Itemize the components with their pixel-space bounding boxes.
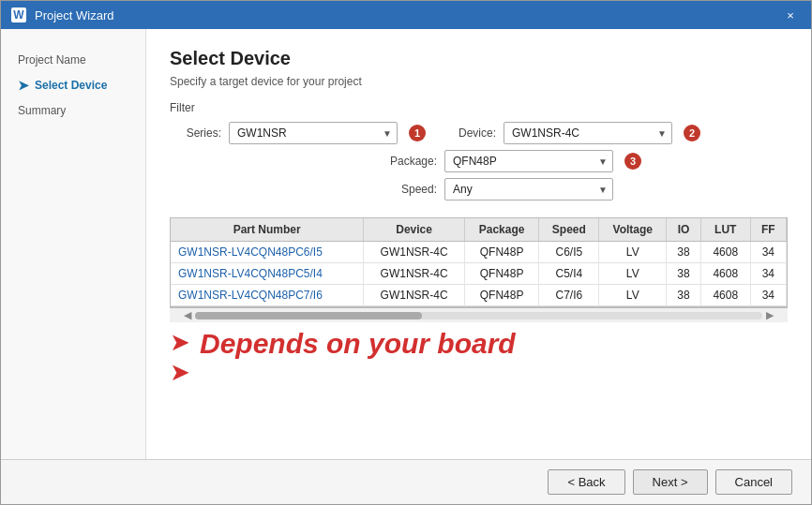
arrow-1: ➤ — [170, 330, 190, 354]
speed-filter-group: Speed: Any ▼ — [385, 178, 613, 201]
sidebar-item-project-name[interactable]: Project Name — [10, 48, 136, 72]
cell-io: 38 — [667, 285, 701, 306]
col-package: Package — [464, 218, 538, 242]
titlebar: W Project Wizard × — [1, 1, 811, 29]
package-select[interactable]: QFN48P — [444, 150, 613, 172]
sidebar-item-summary[interactable]: Summary — [10, 98, 136, 123]
cell-package: QFN48P — [464, 285, 538, 306]
speed-select-wrapper: Any ▼ — [444, 178, 613, 201]
page-subtitle: Specify a target device for your project — [170, 75, 788, 88]
cell-lut: 4608 — [700, 285, 750, 306]
col-device: Device — [364, 218, 465, 242]
cancel-button[interactable]: Cancel — [715, 469, 792, 495]
series-badge: 1 — [409, 125, 426, 141]
device-select-wrapper: GW1NSR-4C ▼ — [504, 122, 672, 144]
sidebar: Project Name ➤ Select Device Summary — [1, 29, 146, 459]
arrow-icon: ➤ — [18, 78, 29, 93]
annotation-text: Depends on your board — [200, 328, 516, 360]
device-badge: 2 — [684, 125, 700, 141]
table-header-row: Part Number Device Package Speed Voltage… — [171, 218, 787, 242]
cell-voltage: LV — [599, 242, 667, 263]
cell-device: GW1NSR-4C — [364, 263, 465, 285]
cell-speed: C5/I4 — [539, 263, 599, 285]
cell-device: GW1NSR-4C — [364, 285, 465, 306]
cell-package: QFN48P — [464, 263, 538, 285]
horizontal-scrollbar[interactable]: ◀ ▶ — [170, 307, 788, 322]
series-select-wrapper: GW1NSR ▼ — [229, 122, 398, 144]
main-content: Project Name ➤ Select Device Summary Sel… — [1, 29, 811, 459]
cell-io: 38 — [667, 242, 701, 263]
scroll-left-btn[interactable]: ◀ — [184, 309, 191, 321]
series-select[interactable]: GW1NSR — [229, 122, 398, 144]
cell-part: GW1NSR-LV4CQN48PC5/I4 — [171, 263, 364, 285]
cell-part: GW1NSR-LV4CQN48PC6/I5 — [171, 242, 364, 263]
filters-row-3: Speed: Any ▼ — [170, 178, 788, 201]
project-wizard-window: W Project Wizard × Project Name ➤ Select… — [0, 0, 812, 505]
cell-voltage: LV — [599, 285, 667, 306]
window-title: Project Wizard — [35, 8, 779, 22]
device-filter-group: Device: GW1NSR-4C ▼ 2 — [444, 122, 700, 144]
filters-row-2: Package: QFN48P ▼ 3 — [170, 150, 788, 172]
package-badge: 3 — [624, 153, 641, 170]
col-lut: LUT — [700, 218, 750, 242]
annotation-section: ➤ ➤ Depends on your board — [170, 328, 788, 384]
cell-speed: C7/I6 — [539, 285, 599, 306]
close-button[interactable]: × — [779, 4, 802, 26]
series-label: Series: — [170, 126, 221, 140]
cell-ff: 34 — [750, 263, 786, 285]
package-filter-group: Package: QFN48P ▼ 3 — [385, 150, 641, 172]
arrow-group: ➤ ➤ — [170, 328, 190, 384]
footer: < Back Next > Cancel — [1, 459, 811, 504]
sidebar-item-label: Summary — [18, 104, 66, 117]
sidebar-item-label: Project Name — [18, 53, 86, 67]
cell-part: GW1NSR-LV4CQN48PC7/I6 — [171, 285, 364, 306]
content-area: Select Device Specify a target device fo… — [146, 29, 811, 459]
app-icon: W — [10, 7, 27, 23]
w-logo: W — [11, 7, 26, 22]
col-ff: FF — [750, 218, 786, 242]
cell-lut: 4608 — [700, 242, 750, 263]
device-label: Device: — [444, 126, 496, 140]
next-button[interactable]: Next > — [633, 469, 708, 495]
table-section: Part Number Device Package Speed Voltage… — [170, 214, 788, 322]
device-select[interactable]: GW1NSR-4C — [504, 122, 672, 144]
table-container[interactable]: Part Number Device Package Speed Voltage… — [170, 217, 788, 307]
cell-device: GW1NSR-4C — [364, 242, 465, 263]
cell-lut: 4608 — [700, 263, 750, 285]
table-row[interactable]: GW1NSR-LV4CQN48PC6/I5 GW1NSR-4C QFN48P C… — [171, 242, 787, 263]
page-title: Select Device — [170, 48, 788, 69]
device-table: Part Number Device Package Speed Voltage… — [171, 218, 787, 306]
col-io: IO — [667, 218, 701, 242]
package-label: Package: — [385, 155, 437, 168]
back-button[interactable]: < Back — [548, 469, 624, 495]
cell-package: QFN48P — [464, 242, 538, 263]
scrollbar-track — [195, 312, 762, 319]
speed-select[interactable]: Any — [444, 178, 613, 201]
filter-label: Filter — [170, 101, 788, 114]
cell-io: 38 — [667, 263, 701, 285]
arrow-2: ➤ — [170, 360, 190, 384]
scrollbar-thumb — [195, 312, 422, 319]
col-voltage: Voltage — [599, 218, 667, 242]
package-select-wrapper: QFN48P ▼ — [444, 150, 613, 172]
sidebar-item-select-device[interactable]: ➤ Select Device — [10, 72, 136, 98]
cell-voltage: LV — [599, 263, 667, 285]
speed-label: Speed: — [385, 183, 437, 196]
col-part-number: Part Number — [171, 218, 364, 242]
scroll-right-btn[interactable]: ▶ — [766, 309, 774, 321]
table-row[interactable]: GW1NSR-LV4CQN48PC7/I6 GW1NSR-4C QFN48P C… — [171, 285, 787, 306]
series-filter-group: Series: GW1NSR ▼ 1 — [170, 122, 426, 144]
sidebar-item-label: Select Device — [35, 79, 107, 92]
col-speed: Speed — [539, 218, 599, 242]
cell-ff: 34 — [750, 285, 786, 306]
cell-ff: 34 — [750, 242, 786, 263]
filters-row-1: Series: GW1NSR ▼ 1 Device: GW1NSR-4C — [170, 122, 788, 144]
cell-speed: C6/I5 — [539, 242, 599, 263]
table-row[interactable]: GW1NSR-LV4CQN48PC5/I4 GW1NSR-4C QFN48P C… — [171, 263, 787, 285]
